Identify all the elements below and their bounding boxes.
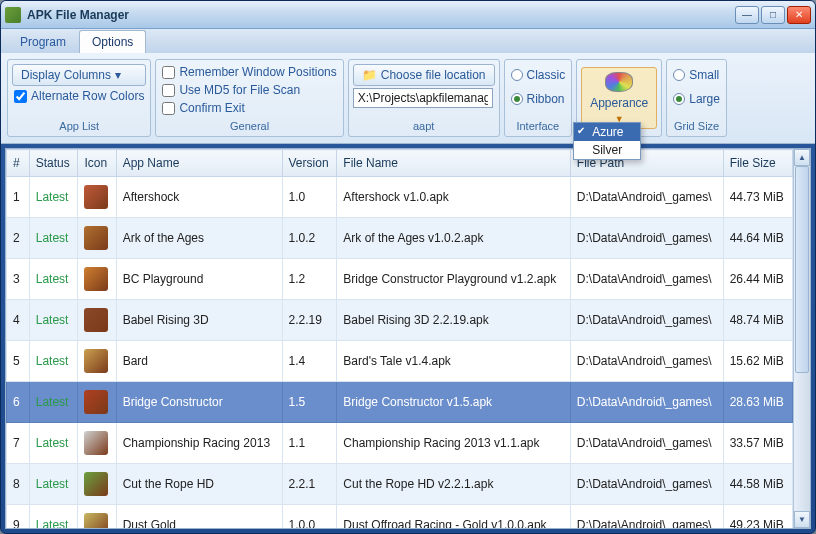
grid-wrapper: # Status Icon App Name Version File Name… xyxy=(6,149,793,528)
col-header-filesize[interactable]: File Size xyxy=(723,150,792,177)
cell-filename: Aftershock v1.0.apk xyxy=(337,177,570,218)
cell-appname: BC Playground xyxy=(116,259,282,300)
tab-program[interactable]: Program xyxy=(7,30,79,53)
cell-filepath: D:\Data\Android\_games\ xyxy=(570,505,723,529)
tab-bar: Program Options xyxy=(1,29,815,53)
remember-positions-input[interactable] xyxy=(162,66,175,79)
cell-icon xyxy=(78,505,116,529)
app-icon xyxy=(84,185,108,209)
appearance-option-silver[interactable]: Silver xyxy=(574,141,640,159)
cell-icon xyxy=(78,177,116,218)
scroll-thumb[interactable] xyxy=(795,166,809,373)
check-icon: ✔ xyxy=(577,125,585,136)
table-row[interactable]: 9LatestDust Gold1.0.0Dust Offroad Racing… xyxy=(7,505,793,529)
col-header-num[interactable]: # xyxy=(7,150,30,177)
choose-file-location-button[interactable]: 📁 Choose file location xyxy=(353,64,495,86)
vertical-scrollbar[interactable]: ▲ ▼ xyxy=(793,149,810,528)
interface-ribbon-radio[interactable]: Ribbon xyxy=(509,88,568,110)
ribbon-group-gridsize: Small Large Grid Size xyxy=(666,59,727,137)
cell-filename: Bridge Constructor Playground v1.2.apk xyxy=(337,259,570,300)
cell-filesize: 44.64 MiB xyxy=(723,218,792,259)
cell-num: 7 xyxy=(7,423,30,464)
cell-version: 1.2 xyxy=(282,259,337,300)
confirm-exit-input[interactable] xyxy=(162,102,175,115)
col-header-version[interactable]: Version xyxy=(282,150,337,177)
ribbon: Display Columns ▾ Alternate Row Colors A… xyxy=(1,53,815,144)
gridsize-large-radio[interactable]: Large xyxy=(671,88,722,110)
ribbon-group-interface: Classic Ribbon Interface xyxy=(504,59,573,137)
table-row[interactable]: 8LatestCut the Rope HD2.2.1Cut the Rope … xyxy=(7,464,793,505)
radio-icon xyxy=(673,69,685,81)
use-md5-input[interactable] xyxy=(162,84,175,97)
cell-filesize: 44.58 MiB xyxy=(723,464,792,505)
scroll-track[interactable] xyxy=(794,166,810,511)
confirm-exit-checkbox[interactable]: Confirm Exit xyxy=(160,100,338,116)
close-button[interactable]: ✕ xyxy=(787,6,811,24)
cell-filename: Ark of the Ages v1.0.2.apk xyxy=(337,218,570,259)
cell-icon xyxy=(78,464,116,505)
cell-filepath: D:\Data\Android\_games\ xyxy=(570,382,723,423)
ribbon-group-general: Remember Window Positions Use MD5 for Fi… xyxy=(155,59,343,137)
table-row[interactable]: 6LatestBridge Constructor1.5Bridge Const… xyxy=(7,382,793,423)
cell-filesize: 48.74 MiB xyxy=(723,300,792,341)
app-icon xyxy=(84,390,108,414)
appearance-button[interactable]: Apperance ▼ xyxy=(581,67,657,129)
alternate-row-colors-input[interactable] xyxy=(14,90,27,103)
cell-num: 2 xyxy=(7,218,30,259)
cell-icon xyxy=(78,341,116,382)
cell-status: Latest xyxy=(29,464,78,505)
use-md5-checkbox[interactable]: Use MD5 for File Scan xyxy=(160,82,338,98)
display-columns-label: Display Columns xyxy=(21,68,111,82)
scroll-up-button[interactable]: ▲ xyxy=(794,149,810,166)
table-row[interactable]: 4LatestBabel Rising 3D2.2.19Babel Rising… xyxy=(7,300,793,341)
app-icon xyxy=(84,226,108,250)
cell-num: 4 xyxy=(7,300,30,341)
interface-classic-radio[interactable]: Classic xyxy=(509,64,568,86)
tab-options[interactable]: Options xyxy=(79,30,146,53)
cell-status: Latest xyxy=(29,218,78,259)
alternate-row-colors-checkbox[interactable]: Alternate Row Colors xyxy=(12,88,146,104)
table-header-row: # Status Icon App Name Version File Name… xyxy=(7,150,793,177)
cell-filepath: D:\Data\Android\_games\ xyxy=(570,423,723,464)
ribbon-group-aapt: 📁 Choose file location aapt xyxy=(348,59,500,137)
app-icon xyxy=(84,513,108,528)
cell-num: 5 xyxy=(7,341,30,382)
apk-table: # Status Icon App Name Version File Name… xyxy=(6,149,793,528)
cell-status: Latest xyxy=(29,505,78,529)
aapt-path-input[interactable] xyxy=(353,88,493,108)
cell-filesize: 15.62 MiB xyxy=(723,341,792,382)
maximize-button[interactable]: □ xyxy=(761,6,785,24)
cell-version: 2.2.1 xyxy=(282,464,337,505)
app-icon xyxy=(84,431,108,455)
app-icon xyxy=(84,349,108,373)
remember-positions-checkbox[interactable]: Remember Window Positions xyxy=(160,64,338,80)
app-icon xyxy=(84,308,108,332)
table-row[interactable]: 7LatestChampionship Racing 20131.1Champi… xyxy=(7,423,793,464)
table-row[interactable]: 5LatestBard1.4Bard's Tale v1.4.apkD:\Dat… xyxy=(7,341,793,382)
table-row[interactable]: 1LatestAftershock1.0Aftershock v1.0.apkD… xyxy=(7,177,793,218)
cell-filepath: D:\Data\Android\_games\ xyxy=(570,177,723,218)
cell-filename: Cut the Rope HD v2.2.1.apk xyxy=(337,464,570,505)
cell-status: Latest xyxy=(29,259,78,300)
cell-status: Latest xyxy=(29,177,78,218)
cell-filesize: 49.23 MiB xyxy=(723,505,792,529)
minimize-button[interactable]: — xyxy=(735,6,759,24)
appearance-option-azure[interactable]: ✔ Azure xyxy=(574,123,640,141)
gridsize-small-radio[interactable]: Small xyxy=(671,64,722,86)
col-header-filename[interactable]: File Name xyxy=(337,150,570,177)
col-header-appname[interactable]: App Name xyxy=(116,150,282,177)
cell-filepath: D:\Data\Android\_games\ xyxy=(570,341,723,382)
window-title: APK File Manager xyxy=(27,8,733,22)
cell-icon xyxy=(78,382,116,423)
cell-status: Latest xyxy=(29,300,78,341)
col-header-icon[interactable]: Icon xyxy=(78,150,116,177)
table-row[interactable]: 2LatestArk of the Ages1.0.2Ark of the Ag… xyxy=(7,218,793,259)
cell-appname: Aftershock xyxy=(116,177,282,218)
cell-version: 2.2.19 xyxy=(282,300,337,341)
display-columns-button[interactable]: Display Columns ▾ xyxy=(12,64,146,86)
cell-filename: Bridge Constructor v1.5.apk xyxy=(337,382,570,423)
cell-filename: Dust Offroad Racing - Gold v1.0.0.apk xyxy=(337,505,570,529)
table-row[interactable]: 3LatestBC Playground1.2Bridge Constructo… xyxy=(7,259,793,300)
col-header-status[interactable]: Status xyxy=(29,150,78,177)
scroll-down-button[interactable]: ▼ xyxy=(794,511,810,528)
